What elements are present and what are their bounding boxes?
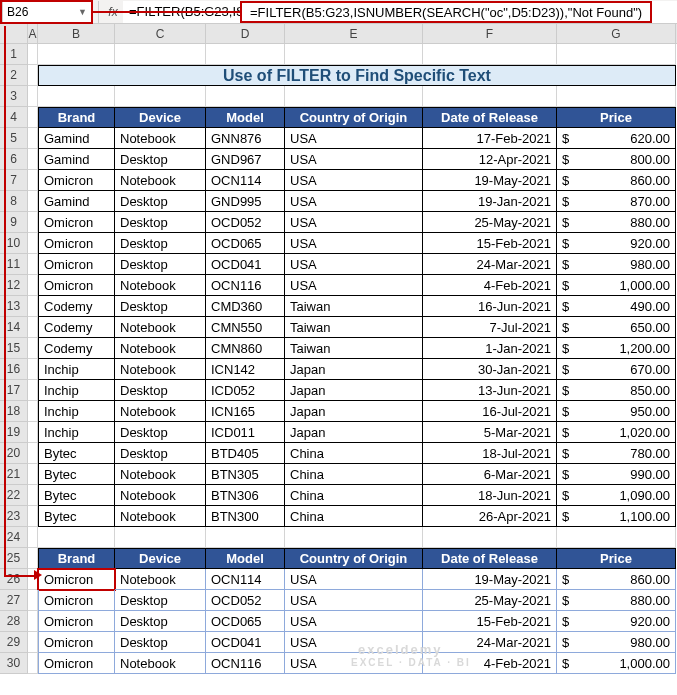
- cell[interactable]: USA: [285, 128, 423, 149]
- select-all-corner[interactable]: [0, 24, 28, 43]
- cell[interactable]: [28, 317, 38, 338]
- cell[interactable]: [28, 401, 38, 422]
- cell[interactable]: Desktop: [115, 611, 206, 632]
- cell[interactable]: [423, 527, 557, 548]
- cell[interactable]: 4-Feb-2021: [423, 653, 557, 674]
- row-header[interactable]: 9: [0, 212, 28, 233]
- table-header[interactable]: Date of Release: [423, 548, 557, 569]
- row-header[interactable]: 30: [0, 653, 28, 674]
- cell[interactable]: 19-May-2021: [423, 170, 557, 191]
- cell[interactable]: USA: [285, 149, 423, 170]
- col-header[interactable]: E: [285, 24, 423, 43]
- cell[interactable]: 19-May-2021: [423, 569, 557, 590]
- table-header[interactable]: Price: [557, 548, 676, 569]
- cell[interactable]: ICD011: [206, 422, 285, 443]
- cell[interactable]: China: [285, 464, 423, 485]
- cell[interactable]: [206, 527, 285, 548]
- cell[interactable]: Bytec: [38, 443, 115, 464]
- cell[interactable]: Omicron: [38, 170, 115, 191]
- row-header[interactable]: 23: [0, 506, 28, 527]
- row-header[interactable]: 2: [0, 65, 28, 86]
- cell[interactable]: 30-Jan-2021: [423, 359, 557, 380]
- cell[interactable]: USA: [285, 254, 423, 275]
- cell[interactable]: [557, 86, 676, 107]
- cell[interactable]: Bytec: [38, 506, 115, 527]
- col-header[interactable]: F: [423, 24, 557, 43]
- cell[interactable]: Notebook: [115, 485, 206, 506]
- title-cell[interactable]: Use of FILTER to Find Specific Text: [38, 65, 676, 86]
- cell[interactable]: USA: [285, 191, 423, 212]
- cell[interactable]: Gamind: [38, 149, 115, 170]
- cell[interactable]: OCD052: [206, 212, 285, 233]
- cell[interactable]: [28, 44, 38, 65]
- cell[interactable]: Desktop: [115, 296, 206, 317]
- cell[interactable]: 12-Apr-2021: [423, 149, 557, 170]
- cell[interactable]: 4-Feb-2021: [423, 275, 557, 296]
- cell[interactable]: 15-Feb-2021: [423, 611, 557, 632]
- cell[interactable]: CMN860: [206, 338, 285, 359]
- cell[interactable]: $870.00: [557, 191, 676, 212]
- cell[interactable]: GND967: [206, 149, 285, 170]
- cell[interactable]: 15-Feb-2021: [423, 233, 557, 254]
- row-header[interactable]: 10: [0, 233, 28, 254]
- cell[interactable]: [557, 527, 676, 548]
- cell[interactable]: Omicron: [38, 254, 115, 275]
- cell[interactable]: Codemy: [38, 317, 115, 338]
- cell[interactable]: Desktop: [115, 191, 206, 212]
- cell[interactable]: USA: [285, 632, 423, 653]
- cell[interactable]: Desktop: [115, 422, 206, 443]
- cell[interactable]: [285, 44, 423, 65]
- cell[interactable]: [28, 443, 38, 464]
- row-header[interactable]: 13: [0, 296, 28, 317]
- cell[interactable]: Notebook: [115, 338, 206, 359]
- cell[interactable]: $860.00: [557, 170, 676, 191]
- cell[interactable]: $1,100.00: [557, 506, 676, 527]
- cell[interactable]: Taiwan: [285, 338, 423, 359]
- cell[interactable]: $920.00: [557, 611, 676, 632]
- table-header[interactable]: Device: [115, 548, 206, 569]
- cell[interactable]: OCN116: [206, 653, 285, 674]
- col-header[interactable]: G: [557, 24, 676, 43]
- cell[interactable]: Notebook: [115, 401, 206, 422]
- cell[interactable]: Inchip: [38, 401, 115, 422]
- cell[interactable]: 18-Jul-2021: [423, 443, 557, 464]
- cell[interactable]: [28, 107, 38, 128]
- cell[interactable]: $880.00: [557, 590, 676, 611]
- cell[interactable]: $1,020.00: [557, 422, 676, 443]
- table-header[interactable]: Model: [206, 548, 285, 569]
- cell[interactable]: China: [285, 485, 423, 506]
- cell[interactable]: $850.00: [557, 380, 676, 401]
- cell[interactable]: [28, 86, 38, 107]
- row-header[interactable]: 12: [0, 275, 28, 296]
- cell[interactable]: USA: [285, 590, 423, 611]
- cell[interactable]: CMD360: [206, 296, 285, 317]
- cell[interactable]: OCD041: [206, 632, 285, 653]
- row-header[interactable]: 29: [0, 632, 28, 653]
- row-header[interactable]: 8: [0, 191, 28, 212]
- cell[interactable]: Bytec: [38, 464, 115, 485]
- cell[interactable]: Inchip: [38, 359, 115, 380]
- cell[interactable]: OCD052: [206, 590, 285, 611]
- cells-area[interactable]: exceldemy EXCEL · DATA · BI Use of FILTE…: [28, 44, 677, 674]
- cell[interactable]: [115, 44, 206, 65]
- cell[interactable]: [115, 527, 206, 548]
- row-header[interactable]: 21: [0, 464, 28, 485]
- cell[interactable]: Taiwan: [285, 317, 423, 338]
- cell[interactable]: Japan: [285, 380, 423, 401]
- cell[interactable]: Notebook: [115, 170, 206, 191]
- cell[interactable]: [28, 569, 38, 590]
- cell[interactable]: Bytec: [38, 485, 115, 506]
- cell[interactable]: [28, 632, 38, 653]
- cell[interactable]: [115, 86, 206, 107]
- cell[interactable]: [38, 86, 115, 107]
- cell[interactable]: 24-Mar-2021: [423, 632, 557, 653]
- cell[interactable]: Omicron: [38, 632, 115, 653]
- row-header[interactable]: 20: [0, 443, 28, 464]
- cell[interactable]: $1,090.00: [557, 485, 676, 506]
- cell[interactable]: [285, 86, 423, 107]
- table-header[interactable]: Model: [206, 107, 285, 128]
- cell[interactable]: Gamind: [38, 128, 115, 149]
- cell[interactable]: Japan: [285, 422, 423, 443]
- cell[interactable]: [28, 65, 38, 86]
- cell[interactable]: [28, 653, 38, 674]
